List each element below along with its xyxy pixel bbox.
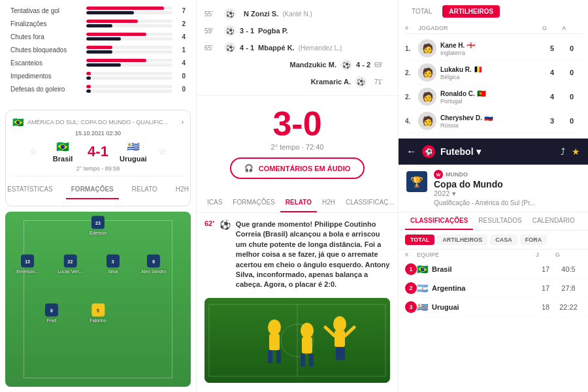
standings-row[interactable]: 2 🇦🇷 Argentina 17 27:8 <box>399 279 588 298</box>
tab-h2h[interactable]: H2H <box>171 180 194 199</box>
copa-title: Copa do Mundo <box>434 179 581 189</box>
svg-point-8 <box>301 323 314 338</box>
stats-section: Tentativas de gol 7 Finalizações 2 Chute… <box>0 0 196 105</box>
team2-name: Uruguai <box>114 155 153 163</box>
mundo-badge: W MUNDO <box>434 170 581 179</box>
futebol-header: ← ⚽ Futebol ▾ ⤴ ★ <box>399 139 588 165</box>
stat-row: Chutes bloqueados 1 <box>10 46 186 54</box>
futebol-title: Futebol ▾ <box>440 146 555 157</box>
events-section: 55' ⚽ N Zonzi S. (Kanté N.) 59' ⚽ 3 - 1 … <box>197 0 398 96</box>
stat-row: Finalizações 2 <box>10 20 186 27</box>
tab-relato-c[interactable]: RELATO <box>280 193 317 212</box>
player-dot: 22 Lucas Veri... <box>57 255 83 274</box>
standings-filter: TOTAL ARTILHEIROS CASA FORA <box>399 231 588 250</box>
star-left[interactable]: ☆ <box>29 146 38 157</box>
svg-point-12 <box>333 316 346 332</box>
player-dot: 8 Fred <box>45 304 58 323</box>
field-lines <box>24 220 172 378</box>
tab-formacoes[interactable]: FORMAÇÕES <box>66 180 119 199</box>
scorers-tabs: TOTAL ARTILHEIROS <box>405 5 581 18</box>
tab-classificacoes[interactable]: CLASSIFICAÇÕES <box>405 212 473 230</box>
narrative-text: Que grande momento! Philippe Coutinho Co… <box>236 220 390 290</box>
chevron-down-icon[interactable]: ▾ <box>476 146 481 157</box>
match-status: 2° tempo - 89:58 <box>12 165 184 172</box>
tab-resultados[interactable]: RESULTADOS <box>473 212 527 230</box>
stat-row: Defesas do goleiro 0 <box>10 85 186 93</box>
svg-rect-9 <box>302 337 312 353</box>
tab-relato[interactable]: RELATO <box>127 180 163 199</box>
match-score: 4-1 <box>88 143 108 160</box>
ball-event-icon: ⚽ <box>340 59 352 71</box>
filter-fora[interactable]: FORA <box>520 235 547 245</box>
svg-text:🏆: 🏆 <box>410 176 423 188</box>
tab-formacoes-c[interactable]: FORMAÇÕES <box>227 193 280 212</box>
back-button[interactable]: ← <box>406 146 417 157</box>
filter-artilheiros[interactable]: ARTILHEIROS <box>437 235 487 245</box>
scorer-row[interactable]: 2. 🧑 Ronaldo C. 🇵🇹 Portugal 4 0 <box>405 85 581 109</box>
event-row: Kramaric A. ⚽ 71' <box>204 73 390 90</box>
standings-header: # EQUIPE J G <box>399 250 588 260</box>
ball-event-icon: ⚽ <box>224 8 236 20</box>
score-info: 2° tempo · 72:40 <box>197 143 398 151</box>
world-icon: W <box>434 170 443 179</box>
right-panel: TOTAL ARTILHEIROS # JOGADOR G A 1. 🧑 Kan… <box>399 0 588 392</box>
player-dot: 5 Fabinho <box>90 304 106 323</box>
tab-icas[interactable]: ICAS <box>202 193 227 212</box>
filter-casa[interactable]: CASA <box>490 235 517 245</box>
center-tabs: ICAS FORMAÇÕES RELATO H2H CLASSIFICAÇ... <box>197 193 398 213</box>
standings-row[interactable]: 3 🇺🇾 Uruguai 18 22:22 <box>399 298 588 317</box>
tab-estatisticas[interactable]: ESTATÍSTICAS <box>2 180 58 199</box>
scorer-avatar: 🧑 <box>418 112 436 130</box>
audio-button[interactable]: 🎧 COMENTÁRIOS EM ÁUDIO <box>230 157 365 179</box>
match-date: 15.10.2021 02:30 <box>12 130 184 137</box>
expand-icon[interactable]: › <box>182 119 184 125</box>
futebol-actions: ⤴ ★ <box>561 146 580 157</box>
narrative-event: 62' ⚽ Que grande momento! Philippe Couti… <box>204 220 390 290</box>
futebol-logo-icon: ⚽ <box>422 145 435 158</box>
scorer-row[interactable]: 4. 🧑 Cheryshev D. 🇷🇺 Rússia 3 0 <box>405 109 581 133</box>
svg-rect-13 <box>335 331 345 347</box>
player-dot: 23 Ederson <box>90 216 106 235</box>
scorer-row[interactable]: 2. 🧑 Lukaku R. 🇧🇪 Bélgica 4 0 <box>405 61 581 85</box>
svg-rect-6 <box>268 350 272 363</box>
scorer-avatar: 🧑 <box>418 39 436 57</box>
scorer-row[interactable]: 1. 🧑 Kane H. 🏴󠁧󠁢󠁥󠁮󠁧󠁿 Inglaterra 5 0 <box>405 37 581 61</box>
stat-row: Tentativas de gol 7 <box>10 7 186 14</box>
svg-rect-10 <box>301 353 305 367</box>
ball-event-icon: ⚽ <box>224 42 236 54</box>
standings-list: 1 🇧🇷 Brasil 17 40:5 2 🇦🇷 Argentina 17 27… <box>399 260 588 317</box>
tab-artilheiros[interactable]: ARTILHEIROS <box>442 5 500 18</box>
big-score: 3-0 <box>197 106 398 140</box>
copa-subtitle: Qualificação - América do Sul (Pr... <box>434 199 581 206</box>
ball-event-icon: ⚽ <box>224 25 236 37</box>
narrative-image <box>204 298 390 383</box>
share-icon[interactable]: ⤴ <box>561 146 565 157</box>
player-dot: 6 Alex Sandro <box>141 255 166 274</box>
tab-total-scorers[interactable]: TOTAL <box>405 5 438 18</box>
ball-event-icon: ⚽ <box>355 76 367 88</box>
event-row: 55' ⚽ N Zonzi S. (Kanté N.) <box>204 5 390 22</box>
filter-total[interactable]: TOTAL <box>405 235 434 245</box>
tab-classificacoes-c[interactable]: CLASSIFICAÇ... <box>340 193 399 212</box>
copa-info: W MUNDO Copa do Mundo 2022 ▾ Qualificaçã… <box>434 170 581 206</box>
scorer-avatar: 🧑 <box>418 63 436 82</box>
svg-rect-11 <box>309 353 314 367</box>
formation-area: 23 Ederson 13 Emerson... 22 Lucas Veri..… <box>5 212 191 387</box>
team2-flag: 🇺🇾 <box>127 140 140 153</box>
star-right[interactable]: ☆ <box>158 146 167 157</box>
tab-h2h-c[interactable]: H2H <box>317 193 340 212</box>
svg-rect-16 <box>336 347 340 360</box>
match-competition: 🇧🇷 AMÉRICA DO SUL: COPA DO MUNDO - QUALI… <box>12 117 184 127</box>
stat-row: Escanteios 4 <box>10 59 186 67</box>
svg-rect-5 <box>269 334 280 350</box>
star-icon[interactable]: ★ <box>572 146 580 157</box>
svg-point-4 <box>268 319 281 335</box>
svg-rect-7 <box>276 350 281 363</box>
score-display: 3-0 2° tempo · 72:40 🎧 COMENTÁRIOS EM ÁU… <box>197 96 398 193</box>
match-card: 🇧🇷 AMÉRICA DO SUL: COPA DO MUNDO - QUALI… <box>5 110 191 206</box>
event-row: 59' ⚽ 3 - 1 Pogba P. <box>204 22 390 39</box>
standings-row[interactable]: 1 🇧🇷 Brasil 17 40:5 <box>399 260 588 279</box>
copa-year[interactable]: 2022 ▾ <box>434 189 581 198</box>
top-scorers-section: TOTAL ARTILHEIROS # JOGADOR G A 1. 🧑 Kan… <box>399 0 588 139</box>
tab-calendario[interactable]: CALENDÁRIO <box>527 212 580 230</box>
